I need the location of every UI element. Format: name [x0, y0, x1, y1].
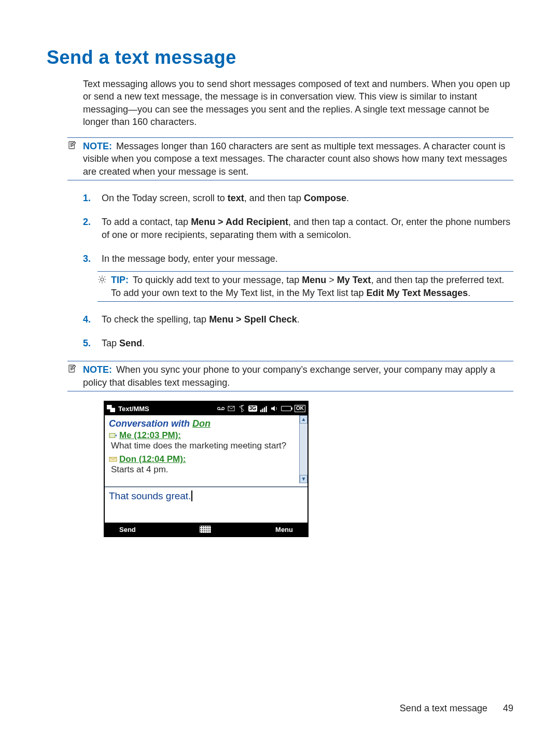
- step-1: On the Today screen, scroll to text, and…: [83, 192, 513, 204]
- page-footer: Send a text message 49: [400, 703, 513, 714]
- scroll-down-icon[interactable]: ▼: [300, 475, 307, 483]
- step-2: To add a contact, tap Menu > Add Recipie…: [83, 216, 513, 241]
- speaker-icon: [271, 405, 278, 412]
- outgoing-icon: [109, 432, 117, 439]
- network-3g-badge: 3G: [248, 405, 257, 412]
- message-header-me[interactable]: Me (12:03 PM):: [109, 430, 298, 441]
- windows-flag-icon: [107, 405, 115, 412]
- phone-topbar: Text/MMS 3G OK: [105, 402, 307, 415]
- ok-button[interactable]: OK: [295, 405, 305, 412]
- svg-point-1: [101, 278, 104, 281]
- conversation-pane: ▲ ▼ Conversation with Don Me (12:03 PM):…: [105, 415, 307, 483]
- compose-input[interactable]: That sounds great.: [105, 487, 307, 523]
- text-cursor: [191, 490, 192, 501]
- footer-page-number: 49: [503, 703, 513, 714]
- svg-rect-9: [266, 406, 267, 412]
- svg-point-4: [221, 407, 224, 410]
- note-icon: [67, 140, 83, 153]
- contact-link[interactable]: Don: [192, 418, 211, 429]
- note-callout-1: NOTE:Messages longer than 160 characters…: [67, 137, 513, 180]
- note-text: When you sync your phone to your company…: [83, 364, 495, 387]
- note-label: NOTE:: [83, 141, 112, 151]
- tip-label: TIP:: [111, 275, 129, 285]
- note-callout-2: NOTE:When you sync your phone to your co…: [67, 361, 513, 391]
- battery-icon: [281, 406, 291, 411]
- message-body-me: What time does the marketing meeting sta…: [111, 441, 298, 451]
- svg-rect-10: [109, 433, 115, 438]
- conversation-title: Conversation with Don: [109, 418, 298, 429]
- voicemail-icon: [217, 405, 225, 412]
- note-text: Messages longer than 160 characters are …: [83, 141, 507, 177]
- tip-icon: [97, 274, 111, 287]
- svg-rect-6: [260, 410, 261, 412]
- tip-callout: TIP:To quickly add text to your message,…: [97, 271, 513, 302]
- keyboard-icon[interactable]: [200, 526, 211, 533]
- step-5: Tap Send.: [83, 337, 513, 349]
- note-label: NOTE:: [83, 364, 112, 375]
- step-3: In the message body, enter your message.…: [83, 252, 513, 302]
- message-header-don[interactable]: Don (12:04 PM):: [109, 454, 298, 465]
- step-4: To check the spelling, tap Menu > Spell …: [83, 313, 513, 326]
- steps-list: On the Today screen, scroll to text, and…: [83, 192, 513, 349]
- svg-rect-7: [262, 409, 263, 412]
- footer-section: Send a text message: [400, 703, 487, 714]
- softkey-menu[interactable]: Menu: [275, 526, 293, 533]
- softkey-send[interactable]: Send: [119, 526, 136, 533]
- phone-app-title: Text/MMS: [118, 405, 149, 413]
- signal-icon: [260, 405, 268, 412]
- scrollbar[interactable]: ▲ ▼: [299, 415, 307, 483]
- note-icon: [67, 363, 83, 376]
- intro-paragraph: Text messaging allows you to send short …: [83, 78, 513, 128]
- svg-point-3: [217, 407, 220, 410]
- bluetooth-icon: [238, 405, 245, 412]
- svg-rect-8: [264, 407, 265, 412]
- page-title: Send a text message: [47, 47, 513, 68]
- phone-mock: Text/MMS 3G OK ▲ ▼ Conversation with Don…: [104, 401, 309, 537]
- incoming-icon: [109, 456, 117, 463]
- phone-softbar: Send Menu: [105, 523, 307, 536]
- message-body-don: Starts at 4 pm.: [111, 465, 298, 475]
- scroll-up-icon[interactable]: ▲: [300, 415, 307, 424]
- envelope-icon: [228, 405, 235, 412]
